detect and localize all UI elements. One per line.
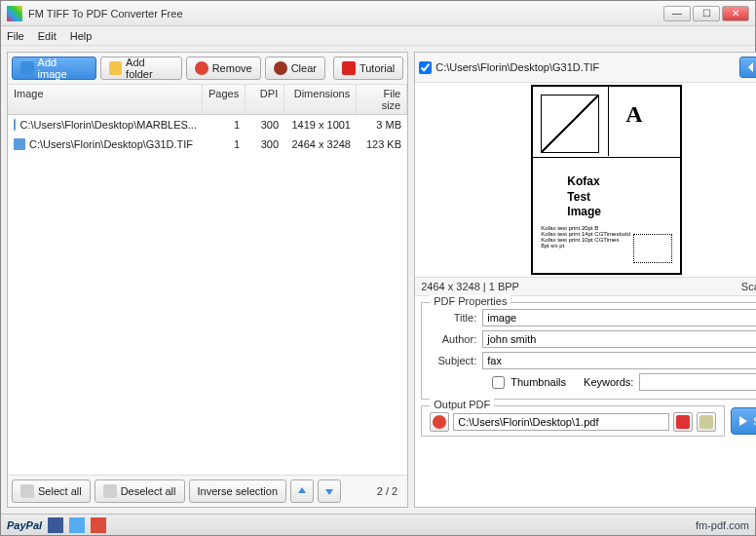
pdf-properties-panel: PDF Properties Title: Author: Subject: T… bbox=[421, 302, 756, 400]
select-all-button[interactable]: Select all bbox=[12, 479, 91, 503]
minimize-button[interactable]: — bbox=[663, 6, 691, 21]
titlebar: FM TIFF To PDF Converter Free — ☐ ✕ bbox=[1, 1, 755, 26]
preview-status: 2464 x 3248 | 1 BPP Scale: 7 % bbox=[415, 278, 756, 296]
left-pane: Add image Add folder Remove Clear Tutori… bbox=[7, 52, 408, 508]
check-icon bbox=[20, 484, 34, 498]
table-row[interactable]: C:\Users\Florin\Desktop\MARBLES... 1 300… bbox=[8, 115, 407, 134]
move-up-button[interactable] bbox=[290, 479, 314, 503]
right-pane: C:\Users\Florin\Desktop\G31D.TIF A Kofax… bbox=[414, 52, 756, 508]
preview-path: C:\Users\Florin\Desktop\G31D.TIF bbox=[435, 61, 736, 73]
menu-file[interactable]: File bbox=[7, 30, 24, 42]
inverse-selection-button[interactable]: Inverse selection bbox=[189, 479, 287, 503]
open-pdf-button[interactable] bbox=[673, 412, 693, 432]
clear-button[interactable]: Clear bbox=[265, 57, 325, 80]
col-pages[interactable]: Pages bbox=[203, 85, 246, 114]
table-row[interactable]: C:\Users\Florin\Desktop\G31D.TIF 1 300 2… bbox=[8, 134, 407, 154]
keywords-label: Keywords: bbox=[584, 376, 633, 388]
preview-dimensions: 2464 x 3248 | 1 BPP bbox=[421, 281, 519, 292]
twitter-icon[interactable] bbox=[69, 517, 85, 533]
menu-help[interactable]: Help bbox=[70, 30, 93, 42]
author-label: Author: bbox=[430, 333, 476, 345]
googleplus-icon[interactable] bbox=[91, 517, 106, 533]
file-icon bbox=[14, 138, 25, 150]
keywords-input[interactable] bbox=[639, 373, 756, 391]
menubar: File Edit Help bbox=[1, 26, 755, 46]
app-icon bbox=[7, 6, 22, 21]
col-image[interactable]: Image bbox=[8, 85, 203, 114]
pdf-icon bbox=[676, 415, 690, 429]
remove-icon bbox=[195, 61, 208, 75]
preview-checkbox[interactable] bbox=[419, 61, 432, 74]
menu-edit[interactable]: Edit bbox=[38, 30, 57, 42]
uncheck-icon bbox=[103, 484, 117, 498]
remove-button[interactable]: Remove bbox=[186, 57, 261, 80]
move-down-button[interactable] bbox=[318, 479, 341, 503]
delete-icon bbox=[433, 415, 446, 429]
main-toolbar: Add image Add folder Remove Clear Tutori… bbox=[8, 53, 407, 85]
delete-output-button[interactable] bbox=[430, 412, 449, 432]
col-dpi[interactable]: DPI bbox=[246, 85, 284, 114]
tutorial-button[interactable]: Tutorial bbox=[333, 57, 403, 80]
pdf-legend: PDF Properties bbox=[430, 295, 510, 307]
folder-icon bbox=[109, 61, 123, 75]
deselect-all-button[interactable]: Deselect all bbox=[94, 479, 185, 503]
preview-area: A Kofax Test Image Kofax test print 20pt… bbox=[415, 83, 756, 278]
window-title: FM TIFF To PDF Converter Free bbox=[28, 8, 663, 19]
paypal-link[interactable]: PayPal bbox=[7, 519, 42, 531]
close-button[interactable]: ✕ bbox=[722, 6, 749, 21]
tutorial-icon bbox=[342, 61, 356, 75]
browse-output-button[interactable] bbox=[697, 412, 716, 432]
play-icon bbox=[739, 416, 747, 426]
file-counter: 2 / 2 bbox=[371, 485, 403, 497]
col-dimensions[interactable]: Dimensions bbox=[284, 85, 357, 114]
maximize-button[interactable]: ☐ bbox=[693, 6, 720, 21]
preview-scale: Scale: 7 % bbox=[741, 281, 756, 292]
plus-icon bbox=[20, 61, 34, 75]
output-legend: Output PDF bbox=[430, 399, 494, 410]
add-image-button[interactable]: Add image bbox=[12, 57, 96, 80]
title-input[interactable] bbox=[482, 309, 756, 326]
prev-image-button[interactable] bbox=[739, 57, 756, 78]
subject-label: Subject: bbox=[430, 355, 476, 366]
file-table: Image Pages DPI Dimensions File size C:\… bbox=[8, 85, 407, 475]
bottom-toolbar: Select all Deselect all Inverse selectio… bbox=[8, 475, 407, 507]
output-pdf-panel: Output PDF bbox=[421, 405, 725, 437]
browse-icon bbox=[699, 415, 713, 429]
footer: PayPal fm-pdf.com bbox=[1, 514, 755, 535]
author-input[interactable] bbox=[482, 330, 756, 348]
thumb-small-text: Kofax test print 20pt B Kofax test print… bbox=[541, 225, 630, 249]
clear-icon bbox=[274, 61, 287, 75]
thumbnails-label: Thumbnails bbox=[510, 376, 566, 388]
col-filesize[interactable]: File size bbox=[357, 85, 407, 114]
start-button[interactable]: Start bbox=[731, 407, 756, 435]
output-path-input[interactable] bbox=[453, 413, 669, 431]
preview-header: C:\Users\Florin\Desktop\G31D.TIF bbox=[415, 53, 756, 83]
preview-thumbnail: A Kofax Test Image Kofax test print 20pt… bbox=[531, 85, 682, 275]
add-folder-button[interactable]: Add folder bbox=[100, 57, 182, 80]
facebook-icon[interactable] bbox=[48, 517, 63, 533]
website-link[interactable]: fm-pdf.com bbox=[696, 519, 749, 531]
subject-input[interactable] bbox=[482, 352, 756, 369]
thumb-text: Kofax Test Image bbox=[567, 174, 601, 220]
title-label: Title: bbox=[430, 312, 476, 324]
table-header: Image Pages DPI Dimensions File size bbox=[8, 85, 407, 115]
thumbnails-checkbox[interactable] bbox=[492, 376, 505, 389]
file-icon bbox=[14, 119, 16, 131]
